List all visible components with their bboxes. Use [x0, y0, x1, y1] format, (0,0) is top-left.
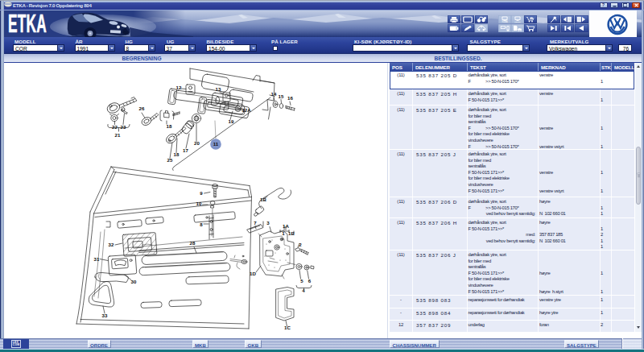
- cart-car-button[interactable]: [524, 15, 537, 23]
- diagram-callout-13-1[interactable]: 13: [216, 86, 221, 92]
- modell-select[interactable]: COR: [13, 44, 64, 52]
- car-top-button: [475, 24, 488, 32]
- lexcom-logo: LEXCOM: [3, 339, 29, 350]
- palager-checkbox[interactable]: [273, 46, 278, 52]
- battery-button[interactable]: [448, 24, 460, 32]
- maximize-button[interactable]: [621, 2, 630, 8]
- diagram-callout-17-12[interactable]: 17: [183, 147, 188, 153]
- table-row[interactable]: (11) 535 837 205 E dørhåndtak ytre, sort…: [390, 106, 634, 150]
- table-row[interactable]: - 535 898 083 reparasjonssett for dørhan…: [390, 296, 634, 309]
- diagram-callout-1d-31[interactable]: 1D: [250, 271, 256, 276]
- diagram-callout-16-4[interactable]: 16: [287, 95, 293, 101]
- doc-forward-button[interactable]: [575, 15, 588, 23]
- diagram-callout-12-0[interactable]: 12: [176, 85, 182, 90]
- diagram-callout-28-27[interactable]: 28: [190, 240, 196, 246]
- ar-select[interactable]: 1991: [75, 44, 115, 52]
- salgstype-select[interactable]: [467, 44, 530, 52]
- diagram-callout-22-8[interactable]: 22: [112, 124, 118, 130]
- diagram-callout-25-14[interactable]: 25: [167, 157, 173, 163]
- hg-select[interactable]: 8: [124, 44, 155, 52]
- diagram-callout-1b-23[interactable]: 1B: [288, 230, 295, 236]
- table-row[interactable]: - 535 898 084 reparasjonssett for dørhan…: [390, 309, 634, 321]
- kisok-dropdown-button[interactable]: [452, 45, 458, 51]
- diagram-callout-7-19[interactable]: 7: [254, 220, 257, 226]
- binoculars-button[interactable]: [475, 15, 488, 23]
- back-doc-button[interactable]: [561, 15, 575, 23]
- merkeutvalg-select[interactable]: Volkswagen: [547, 44, 613, 52]
- titlebar: ETKA - Revisjon 7.0 Oppdatering 804 ?: [0, 0, 644, 10]
- diagram-callout-26-7[interactable]: 26: [139, 106, 145, 111]
- diagram-callout-14-2[interactable]: 14: [271, 91, 277, 97]
- table-row-line: dørhåndtak ytre, sort: [390, 151, 634, 158]
- diagram-callout-30-29[interactable]: 30: [131, 279, 137, 284]
- scrollbar-thumb[interactable]: [636, 147, 641, 205]
- shopping-cart-button[interactable]: [524, 24, 537, 32]
- svg-text:KUBA: KUBA: [502, 20, 507, 23]
- bildeside-dropdown-button[interactable]: [250, 45, 256, 51]
- diagram-callout-21-10[interactable]: 21: [115, 132, 121, 138]
- table-row[interactable]: (11) 535 837 205 H dørhåndtak ytre, sort…: [390, 89, 634, 106]
- table-row-line: for biler med: [390, 158, 634, 164]
- salgstype-button[interactable]: SALGSTYPE: [564, 340, 600, 348]
- merkeutvalg-dropdown-button[interactable]: [605, 45, 612, 51]
- diagram-callout-18-11[interactable]: 18: [167, 123, 172, 129]
- gkb-button[interactable]: GKB: [245, 340, 262, 348]
- table-row[interactable]: (11) 535 837 205 J dørhåndtak ytre, sort…: [390, 150, 634, 197]
- diagram-callout-5-32[interactable]: 5: [300, 278, 303, 284]
- table-row-line: F >> 50-N-015 170*1: [390, 79, 634, 85]
- ar-dropdown-button[interactable]: [108, 45, 114, 51]
- table-row-line: sentrallås: [390, 264, 634, 271]
- diagram-callout-19-6[interactable]: 19: [229, 118, 234, 124]
- diagram-callout-20-13[interactable]: 20: [194, 140, 200, 146]
- window-bottom-edge: [0, 349, 644, 352]
- chassisnummer-button[interactable]: CHASSISNUMMER: [390, 340, 440, 348]
- salgstype-dropdown-button[interactable]: [522, 45, 529, 51]
- diagram-callout-4-34[interactable]: 4: [302, 288, 305, 293]
- minimize-button[interactable]: [610, 2, 618, 8]
- highlighted-callout-11[interactable]: 11: [210, 139, 221, 150]
- close-button[interactable]: [632, 2, 640, 8]
- pencil-button[interactable]: [461, 24, 474, 32]
- diagram-callout-3-20[interactable]: 3: [266, 220, 270, 226]
- diagram-callout-6-33[interactable]: 6: [308, 278, 312, 284]
- window-left-border: [0, 1, 4, 349]
- diagram-callout-12a-5[interactable]: 12A: [242, 107, 251, 113]
- skip-start-button[interactable]: [561, 24, 575, 32]
- diagram-callout-23-9[interactable]: 23: [121, 124, 126, 130]
- hg-dropdown-button[interactable]: [148, 45, 155, 51]
- svg-text:DBNET: DBNET: [514, 21, 521, 23]
- diagram-callout-2-25[interactable]: 2: [299, 242, 302, 247]
- bildeside-select[interactable]: 154-00: [206, 44, 257, 52]
- ordre-button[interactable]: ORDRE: [88, 340, 111, 348]
- print-button[interactable]: [448, 15, 460, 23]
- mkb-button[interactable]: MKB: [192, 340, 209, 348]
- diagram-callout-33-30[interactable]: 33: [102, 313, 108, 318]
- arrow-left-button[interactable]: [575, 24, 588, 32]
- diagram-callout-31-28[interactable]: 31: [94, 256, 100, 262]
- diagram-callout-32-26[interactable]: 32: [109, 242, 114, 247]
- table-row-line: for biler med: [390, 259, 634, 265]
- diagram-callout-1a-21[interactable]: 1A: [283, 223, 289, 229]
- diagram-callout-15-3[interactable]: 15: [279, 93, 284, 99]
- table-row[interactable]: (11) 535 837 206 H dørhåndtak ytre, sort…: [390, 218, 634, 251]
- diagram-callout-9-16[interactable]: 9: [200, 190, 203, 196]
- help-button[interactable]: ?: [600, 2, 608, 8]
- salgstype-label: SALGSTYPE: [470, 39, 501, 44]
- diagram-callout-1c-35[interactable]: 1C: [284, 325, 291, 330]
- table-row-line: dørhåndtak ytre, sortvenstre: [390, 91, 634, 97]
- diagram-callout-18-15[interactable]: 18: [174, 151, 180, 157]
- svg-text:11: 11: [213, 141, 219, 147]
- table-row[interactable]: (11) 535 837 206 J dørhåndtak ytre, sort…: [390, 251, 634, 296]
- table-row[interactable]: (11) 535 837 205 D dørhåndtak ytre, sort…: [390, 71, 634, 89]
- table-row[interactable]: 12 357 837 209 underlagforan2: [390, 321, 634, 333]
- diagram-callout-10-17[interactable]: 10: [196, 201, 202, 206]
- diagram-callout-1b-24[interactable]: 1B: [260, 197, 266, 202]
- skip-end-button[interactable]: [547, 24, 561, 32]
- kisok-select[interactable]: [353, 44, 459, 52]
- ug-dropdown-button[interactable]: [188, 45, 195, 51]
- modell-dropdown-button[interactable]: [57, 45, 64, 51]
- table-row[interactable]: (11) 535 837 206 D dørhåndtak ytre, sort…: [390, 197, 634, 218]
- pushpin-button[interactable]: [547, 15, 561, 23]
- ug-select[interactable]: 37: [164, 44, 196, 52]
- frame-button[interactable]: [461, 15, 474, 23]
